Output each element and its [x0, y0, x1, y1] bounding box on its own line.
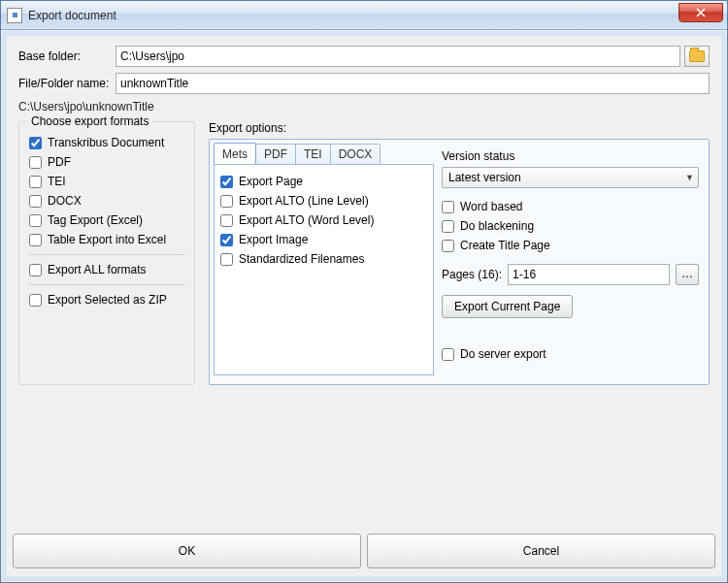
format-label: Transkribus Document	[48, 136, 164, 149]
tab-docx[interactable]: DOCX	[330, 144, 381, 164]
opt-blackening-checkbox[interactable]	[442, 220, 454, 233]
divider	[29, 254, 184, 255]
opt-label: Export Page	[239, 175, 303, 188]
tab-mets[interactable]: Mets	[214, 143, 256, 164]
tab-body-mets: Export Page Export ALTO (Line Level) Exp…	[214, 164, 434, 375]
export-zip-checkbox[interactable]	[29, 294, 42, 307]
close-button[interactable]	[678, 3, 723, 22]
opt-label: Do server export	[460, 347, 546, 361]
version-status-selected: Latest version	[448, 171, 521, 184]
format-label: DOCX	[48, 194, 82, 208]
base-folder-input[interactable]	[116, 46, 680, 67]
file-folder-label: File/Folder name:	[18, 77, 116, 90]
client-area: Base folder: File/Folder name: C:\Users\…	[2, 31, 726, 581]
window-title: Export document	[28, 9, 116, 22]
format-label: PDF	[48, 155, 71, 169]
export-dialog: Export document Base folder: File/Folder…	[0, 0, 728, 583]
opt-server-export[interactable]: Do server export	[442, 345, 699, 363]
opt-export-alto-line[interactable]: Export ALTO (Line Level)	[220, 192, 427, 210]
pages-browse-button[interactable]: …	[676, 264, 699, 285]
opt-export-alto-word-checkbox[interactable]	[220, 214, 233, 227]
cancel-label: Cancel	[523, 544, 559, 558]
export-current-page-button[interactable]: Export Current Page	[442, 295, 573, 318]
ok-label: OK	[179, 544, 195, 558]
format-transkribus-checkbox[interactable]	[29, 137, 42, 149]
browse-button[interactable]	[684, 46, 710, 67]
export-all-formats[interactable]: Export ALL formats	[29, 261, 184, 278]
full-path-display: C:\Users\jpo\unknownTitle	[18, 100, 710, 113]
app-icon	[7, 8, 22, 23]
cancel-button[interactable]: Cancel	[367, 534, 715, 568]
opt-label: Standardized Filenames	[239, 252, 364, 266]
opt-label: Create Title Page	[460, 239, 550, 252]
titlebar: Export document	[1, 1, 727, 30]
opt-export-image-checkbox[interactable]	[220, 234, 233, 246]
chevron-down-icon: ▼	[685, 173, 694, 182]
opt-word-based-checkbox[interactable]	[442, 201, 454, 213]
version-status-label: Version status	[442, 149, 699, 163]
options-box: Mets PDF TEI DOCX Export Page	[209, 139, 710, 385]
pages-input[interactable]	[508, 264, 670, 285]
formats-group: Choose export formats Transkribus Docume…	[18, 121, 195, 385]
opt-export-image[interactable]: Export Image	[220, 231, 427, 248]
tab-strip: Mets PDF TEI DOCX	[210, 140, 438, 164]
export-zip-label: Export Selected as ZIP	[48, 293, 167, 307]
format-label: Tag Export (Excel)	[48, 213, 143, 227]
export-selected-zip[interactable]: Export Selected as ZIP	[29, 291, 184, 308]
format-tag-export-checkbox[interactable]	[29, 214, 42, 227]
format-pdf-checkbox[interactable]	[29, 156, 42, 169]
export-all-checkbox[interactable]	[29, 264, 42, 276]
opt-label: Export ALTO (Word Level)	[239, 213, 374, 227]
tab-tei[interactable]: TEI	[295, 144, 331, 164]
format-table-export-checkbox[interactable]	[29, 234, 42, 246]
opt-title-page[interactable]: Create Title Page	[442, 237, 699, 254]
format-docx-checkbox[interactable]	[29, 195, 42, 208]
version-status-combo[interactable]: Latest version ▼	[442, 167, 699, 188]
format-tei-checkbox[interactable]	[29, 176, 42, 188]
button-bar: OK Cancel	[7, 526, 721, 576]
opt-word-based[interactable]: Word based	[442, 198, 699, 215]
opt-export-alto-line-checkbox[interactable]	[220, 195, 233, 208]
export-all-label: Export ALL formats	[48, 263, 147, 276]
format-tei[interactable]: TEI	[29, 173, 184, 190]
format-table-export[interactable]: Table Export into Excel	[29, 231, 184, 248]
export-options-label: Export options:	[209, 121, 710, 135]
pages-label: Pages (16):	[442, 268, 502, 281]
format-tag-export[interactable]: Tag Export (Excel)	[29, 211, 184, 229]
ok-button[interactable]: OK	[13, 534, 361, 568]
format-label: TEI	[48, 175, 66, 188]
opt-server-export-checkbox[interactable]	[442, 348, 454, 361]
format-label: Table Export into Excel	[48, 233, 166, 246]
file-folder-input[interactable]	[116, 73, 710, 94]
tab-pdf[interactable]: PDF	[255, 144, 296, 164]
opt-label: Export Image	[239, 233, 308, 246]
close-icon	[696, 8, 706, 17]
opt-export-alto-word[interactable]: Export ALTO (Word Level)	[220, 211, 427, 229]
opt-label: Do blackening	[460, 219, 534, 233]
format-transkribus[interactable]: Transkribus Document	[29, 134, 184, 151]
opt-export-page-checkbox[interactable]	[220, 176, 233, 188]
opt-standardized-filenames[interactable]: Standardized Filenames	[220, 250, 427, 268]
format-docx[interactable]: DOCX	[29, 192, 184, 210]
opt-label: Export ALTO (Line Level)	[239, 194, 369, 208]
formats-group-title: Choose export formats	[27, 114, 152, 128]
opt-label: Word based	[460, 200, 522, 213]
opt-title-page-checkbox[interactable]	[442, 240, 454, 252]
folder-icon	[689, 50, 705, 62]
opt-export-page[interactable]: Export Page	[220, 173, 427, 190]
format-pdf[interactable]: PDF	[29, 153, 184, 171]
base-folder-label: Base folder:	[18, 49, 116, 63]
divider	[29, 284, 184, 285]
opt-blackening[interactable]: Do blackening	[442, 217, 699, 235]
opt-standardized-filenames-checkbox[interactable]	[220, 253, 233, 266]
